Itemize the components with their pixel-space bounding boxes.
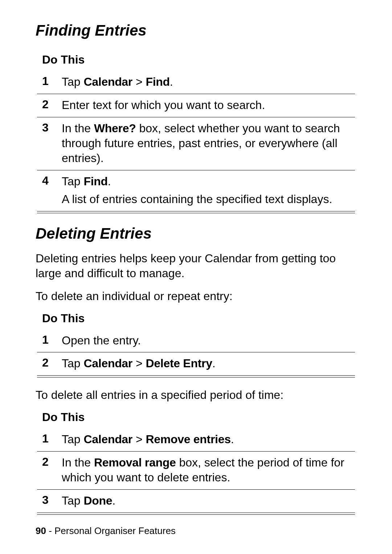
ui-term: Done bbox=[83, 494, 112, 507]
text-run: A list of entries containing the specifi… bbox=[62, 193, 332, 206]
ui-term: Removal range bbox=[94, 456, 176, 469]
step-text: Open the entry. bbox=[62, 333, 355, 348]
text-run: Open the entry. bbox=[62, 334, 141, 347]
deleting-intro: Deleting entries helps keep your Calenda… bbox=[36, 251, 355, 281]
step-row: 1 Tap Calendar > Remove entries. bbox=[37, 428, 355, 452]
step-body: Tap Find. A list of entries containing t… bbox=[62, 174, 355, 207]
step-row: 2 Tap Calendar > Delete Entry. bbox=[37, 352, 355, 375]
ui-term: Where? bbox=[94, 122, 136, 135]
deleting-steps-table-2: 1 Tap Calendar > Remove entries. 2 In th… bbox=[36, 428, 355, 515]
table-end-rule bbox=[37, 211, 355, 213]
page-footer: 90 - Personal Organiser Features bbox=[36, 525, 176, 537]
text-run: . bbox=[112, 494, 115, 507]
ui-term: Calendar bbox=[83, 433, 132, 446]
step-text: Tap Done. bbox=[62, 493, 355, 508]
do-this-header-2: Do This bbox=[42, 312, 355, 325]
text-run: . bbox=[212, 357, 216, 370]
ui-term: Remove entries bbox=[146, 433, 231, 446]
step-text: Tap Calendar > Delete Entry. bbox=[62, 356, 355, 371]
step-number: 1 bbox=[37, 333, 62, 347]
text-run: . bbox=[231, 433, 234, 446]
do-this-header-3: Do This bbox=[42, 411, 355, 424]
step-body: In the Where? box, select whether you wa… bbox=[62, 121, 355, 166]
text-run: > bbox=[132, 357, 146, 370]
step-body: Tap Calendar > Remove entries. bbox=[62, 432, 355, 447]
step-body: Tap Calendar > Delete Entry. bbox=[62, 356, 355, 371]
finding-steps-table: 1 Tap Calendar > Find. 2 Enter text for … bbox=[36, 71, 355, 213]
ui-term: Delete Entry bbox=[146, 357, 212, 370]
step-text: In the Where? box, select whether you wa… bbox=[62, 121, 355, 166]
step-body: Tap Done. bbox=[62, 493, 355, 508]
text-run: Tap bbox=[62, 433, 83, 446]
text-run: Tap bbox=[62, 75, 83, 88]
step-text: Tap Find. bbox=[62, 174, 355, 189]
heading-finding-entries: Finding Entries bbox=[36, 22, 355, 39]
step-number: 1 bbox=[37, 74, 62, 88]
step-number: 4 bbox=[37, 174, 62, 187]
ui-term: Find bbox=[83, 175, 107, 188]
page-number: 90 bbox=[36, 525, 46, 536]
ui-term: Find bbox=[146, 75, 170, 88]
text-run: In the bbox=[62, 122, 94, 135]
step-text: Tap Calendar > Find. bbox=[62, 74, 355, 89]
text-run: Tap bbox=[62, 494, 83, 507]
text-run: > bbox=[132, 433, 146, 446]
text-run: In the bbox=[62, 456, 94, 469]
deleting-para-individual: To delete an individual or repeat entry: bbox=[36, 289, 355, 304]
text-run: . bbox=[170, 75, 173, 88]
step-text: In the Removal range box, select the per… bbox=[62, 455, 355, 485]
deleting-para-period: To delete all entries in a specified per… bbox=[36, 388, 355, 403]
step-number: 1 bbox=[37, 432, 62, 445]
step-row: 1 Open the entry. bbox=[37, 329, 355, 353]
ui-term: Calendar bbox=[83, 357, 132, 370]
step-text: Enter text for which you want to search. bbox=[62, 98, 355, 113]
step-number: 3 bbox=[37, 493, 62, 507]
manual-page: Finding Entries Do This 1 Tap Calendar >… bbox=[0, 0, 392, 554]
step-body: Enter text for which you want to search. bbox=[62, 98, 355, 113]
step-number: 2 bbox=[37, 455, 62, 469]
step-row: 3 In the Where? box, select whether you … bbox=[37, 117, 355, 170]
step-text: Tap Calendar > Remove entries. bbox=[62, 432, 355, 447]
step-body: Tap Calendar > Find. bbox=[62, 74, 355, 89]
step-row: 4 Tap Find. A list of entries containing… bbox=[37, 170, 355, 211]
deleting-steps-table-1: 1 Open the entry. 2 Tap Calendar > Delet… bbox=[36, 329, 355, 378]
step-row: 1 Tap Calendar > Find. bbox=[37, 71, 355, 94]
do-this-header-1: Do This bbox=[42, 53, 355, 66]
table-end-rule bbox=[37, 375, 355, 377]
ui-term: Calendar bbox=[83, 75, 132, 88]
footer-section: Personal Organiser Features bbox=[54, 525, 176, 536]
table-end-rule bbox=[37, 513, 355, 515]
text-run: Tap bbox=[62, 357, 83, 370]
text-run: > bbox=[132, 75, 146, 88]
heading-deleting-entries: Deleting Entries bbox=[36, 225, 355, 242]
step-body: In the Removal range box, select the per… bbox=[62, 455, 355, 485]
step-number: 2 bbox=[37, 98, 62, 111]
step-number: 3 bbox=[37, 121, 62, 134]
text-run: Enter text for which you want to search. bbox=[62, 98, 265, 112]
text-run: . bbox=[108, 175, 111, 188]
text-run: Tap bbox=[62, 175, 83, 188]
step-row: 3 Tap Done. bbox=[37, 490, 355, 513]
step-body: Open the entry. bbox=[62, 333, 355, 348]
step-row: 2 Enter text for which you want to searc… bbox=[37, 94, 355, 117]
footer-sep: - bbox=[46, 525, 54, 536]
step-text: A list of entries containing the specifi… bbox=[62, 192, 355, 207]
step-number: 2 bbox=[37, 356, 62, 369]
step-row: 2 In the Removal range box, select the p… bbox=[37, 452, 355, 490]
